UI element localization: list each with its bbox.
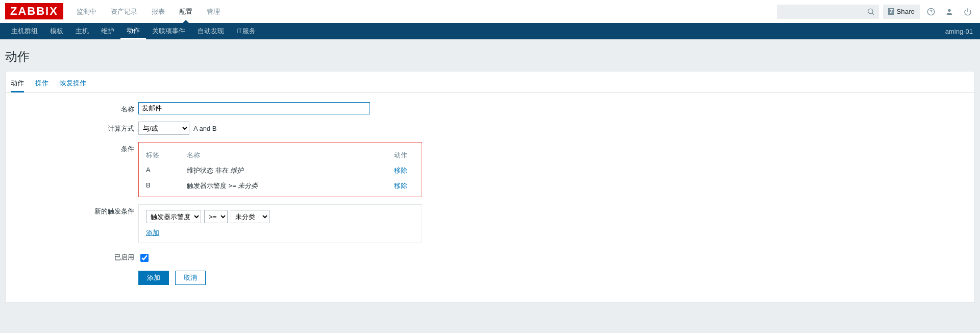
cond-header-name: 名称 [187, 151, 394, 160]
submenu-maintenance[interactable]: 维护 [95, 23, 120, 39]
topmenu-inventory[interactable]: 资产记录 [104, 0, 144, 23]
tab-ops[interactable]: 操作 [35, 76, 48, 92]
subbar: 主机群组 模板 主机 维护 动作 关联项事件 自动发现 IT服务 aming-0… [0, 23, 980, 39]
newcond-add-link[interactable]: 添加 [146, 229, 159, 236]
help-icon[interactable] [924, 7, 938, 16]
row-name: 名称 [6, 102, 974, 114]
logo[interactable]: ZABBIX [5, 3, 63, 19]
row-newcond: 新的触发条件 触发器示警度 >= 未分类 添加 [6, 204, 974, 243]
enabled-checkbox[interactable] [140, 254, 149, 262]
user-icon[interactable] [942, 7, 957, 16]
spacer [6, 271, 138, 273]
tab-action[interactable]: 动作 [11, 76, 24, 92]
svg-line-1 [872, 13, 874, 15]
newcond-val-select[interactable]: 未分类 [231, 210, 270, 223]
name-input[interactable] [138, 102, 370, 114]
row-conditions: 条件 标签 名称 动作 A 维护状态 非在 维护 移除 [6, 142, 974, 197]
topmenu-reports[interactable]: 报表 [144, 0, 172, 23]
svg-point-0 [868, 9, 873, 13]
page-title: 动作 [0, 39, 980, 71]
label-calc: 计算方式 [6, 122, 138, 133]
row-buttons: 添加 取消 [6, 271, 974, 285]
cond-header: 标签 名称 动作 [146, 148, 414, 163]
cond-header-label: 标签 [146, 151, 187, 160]
newcond-type-select[interactable]: 触发器示警度 [146, 210, 201, 223]
conditions-box: 标签 名称 动作 A 维护状态 非在 维护 移除 B 触发 [138, 142, 422, 197]
row-calc: 计算方式 与/或 A and B [6, 122, 974, 135]
cond-header-action: 动作 [394, 151, 414, 160]
submenu-hostgroups[interactable]: 主机群组 [5, 23, 44, 39]
cond-row: B 触发器示警度 >= 未分类 移除 [146, 178, 414, 194]
topmenu-admin[interactable]: 管理 [200, 0, 227, 23]
cond-row-label: A [146, 166, 187, 175]
cond-remove-link[interactable]: 移除 [394, 166, 414, 175]
cancel-button[interactable]: 取消 [175, 271, 206, 285]
row-enabled: 已启用 [6, 250, 974, 264]
submenu-correlation[interactable]: 关联项事件 [146, 23, 191, 39]
label-conditions: 条件 [6, 142, 138, 154]
label-name: 名称 [6, 102, 138, 114]
add-button[interactable]: 添加 [138, 271, 169, 285]
cond-remove-link[interactable]: 移除 [394, 181, 414, 191]
submenu-itservices[interactable]: IT服务 [230, 23, 262, 39]
topbar: ZABBIX 监测中 资产记录 报表 配置 管理 Z Share [0, 0, 980, 23]
cond-row-name-italic: 维护 [230, 167, 243, 174]
share-button[interactable]: Z Share [883, 5, 920, 19]
cond-row-name: 维护状态 非在 维护 [187, 166, 394, 175]
svg-point-4 [948, 9, 950, 11]
newcond-selects: 触发器示警度 >= 未分类 [146, 210, 414, 223]
submenu-discovery[interactable]: 自动发现 [191, 23, 230, 39]
search-icon[interactable] [867, 7, 875, 16]
search-wrap [777, 5, 879, 19]
cond-row-name-italic: 未分类 [238, 182, 258, 189]
submenu-templates[interactable]: 模板 [44, 23, 69, 39]
topmenu-monitoring[interactable]: 监测中 [69, 0, 104, 23]
cond-row-label: B [146, 181, 187, 191]
tab-recovery[interactable]: 恢复操作 [60, 76, 86, 92]
power-icon[interactable] [961, 7, 975, 16]
newcond-box: 触发器示警度 >= 未分类 添加 [138, 204, 422, 243]
share-label: Share [896, 8, 915, 15]
cond-row-name: 触发器示警度 >= 未分类 [187, 181, 394, 191]
topmenu-configuration[interactable]: 配置 [172, 0, 200, 23]
host-label: aming-01 [945, 28, 975, 35]
submenu-hosts[interactable]: 主机 [69, 23, 95, 39]
label-enabled: 已启用 [6, 250, 138, 262]
submenu-actions[interactable]: 动作 [120, 23, 146, 39]
calc-expression: A and B [193, 125, 217, 132]
zabbix-z-icon: Z [888, 8, 894, 15]
cond-row-name-prefix: 维护状态 非在 [187, 167, 230, 174]
search-input[interactable] [777, 5, 879, 19]
newcond-op-select[interactable]: >= [204, 210, 228, 223]
tabs: 动作 操作 恢复操作 [6, 72, 974, 93]
calc-select[interactable]: 与/或 [138, 122, 189, 135]
cond-row: A 维护状态 非在 维护 移除 [146, 163, 414, 178]
form: 名称 计算方式 与/或 A and B 条件 标签 名称 [6, 93, 974, 285]
top-menu: 监测中 资产记录 报表 配置 管理 [69, 0, 227, 23]
label-newcond: 新的触发条件 [6, 204, 138, 216]
top-right: Z Share [777, 0, 975, 23]
cond-row-name-prefix: 触发器示警度 >= [187, 182, 238, 189]
content-panel: 动作 操作 恢复操作 名称 计算方式 与/或 A and B 条件 [5, 71, 975, 303]
